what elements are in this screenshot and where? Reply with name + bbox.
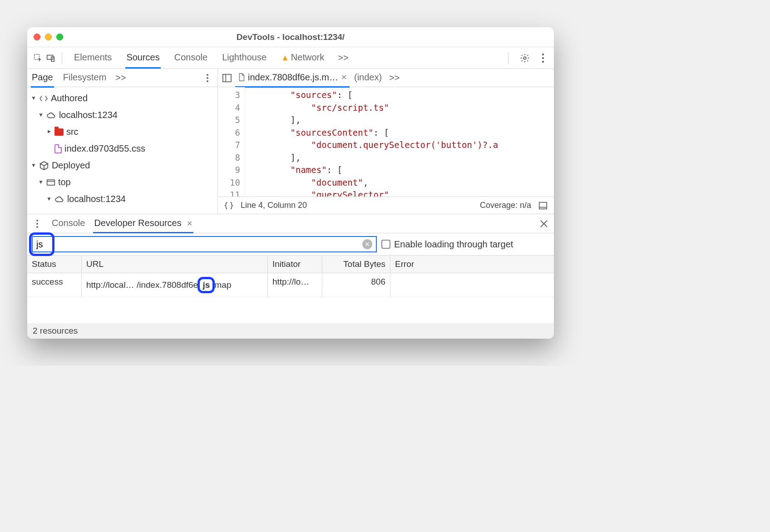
tab-elements[interactable]: Elements [73,48,113,69]
tab-network[interactable]: ▲Network [280,48,325,69]
line-gutter: 34567891011 [218,87,245,197]
cursor-position: Line 4, Column 20 [241,201,307,210]
svg-point-4 [542,53,544,55]
filter-input[interactable] [36,239,362,250]
warning-icon: ▲ [281,53,289,63]
table-body: success http://local… /index.7808df6e.js… [27,273,554,323]
col-url[interactable]: URL [82,256,268,273]
drawer: Console Developer Resources ✕ ✕ Enable l… [27,214,554,339]
code-content: "sources": [ "src/script.ts" ], "sources… [245,87,502,197]
enable-loading-checkbox[interactable]: Enable loading through target [381,239,513,250]
device-toolbar-icon[interactable] [44,52,57,64]
tree-group-deployed[interactable]: ▼ Deployed [31,157,214,174]
navigator-kebab-icon[interactable] [201,72,214,84]
filter-input-wrapper: ✕ [32,236,377,252]
navigator-tabs-overflow-icon[interactable]: >> [115,73,126,83]
tree-group-authored[interactable]: ▼ Authored [31,90,214,107]
tree-host-authored[interactable]: ▼ localhost:1234 [38,107,214,123]
navigator-pane: Page Filesystem >> ▼ Authored ▼ localhos… [27,69,218,214]
svg-rect-1 [47,55,53,59]
cell-status: success [27,273,82,297]
cell-initiator: http://lo… [268,273,322,297]
cell-error [390,273,554,297]
svg-point-9 [207,80,208,82]
navigator-tab-filesystem[interactable]: Filesystem [62,69,108,88]
inspect-element-icon[interactable] [32,52,44,64]
cell-bytes: 806 [322,273,390,297]
svg-point-5 [542,57,544,59]
svg-rect-12 [223,74,231,81]
drawer-kebab-icon[interactable] [31,217,44,230]
settings-gear-icon[interactable] [518,52,531,64]
toggle-navigator-icon[interactable] [221,72,233,84]
window-icon [46,179,55,186]
cell-url: http://local… /index.7808df6e.js.map [82,273,268,297]
checkbox-icon [381,240,390,249]
editor-tab-index[interactable]: (index) [351,69,385,88]
tab-sources[interactable]: Sources [125,48,160,69]
drawer-footer: 2 resources [27,323,554,339]
svg-rect-14 [539,202,547,209]
editor-pane: index.7808df6e.js.m… ✕ (index) >> 345678… [218,69,554,214]
svg-point-16 [36,220,38,222]
drawer-tab-dev-resources[interactable]: Developer Resources ✕ [93,214,193,233]
file-tree: ▼ Authored ▼ localhost:1234 ▼ src index.… [27,87,217,210]
svg-point-7 [207,74,208,76]
cloud-icon [46,112,56,119]
drawer-tab-console[interactable]: Console [51,214,86,233]
tree-frame-top[interactable]: ▼ top [38,174,214,191]
col-initiator[interactable]: Initiator [268,256,322,273]
drawer-tabs: Console Developer Resources ✕ [27,214,554,233]
tabs-overflow-icon[interactable]: >> [338,53,348,63]
main-tab-bar: Elements Sources Console Lighthouse ▲Net… [27,47,554,69]
svg-point-8 [207,77,208,79]
cloud-icon [54,196,64,203]
cube-icon [39,161,49,171]
svg-point-17 [36,223,38,225]
filter-toolbar: ✕ Enable loading through target [27,233,554,256]
svg-rect-10 [47,180,55,185]
editor-tab-active[interactable]: index.7808df6e.js.m… ✕ [235,69,350,88]
window-title: DevTools - localhost:1234/ [27,32,554,42]
col-error[interactable]: Error [390,256,554,273]
navigator-tabs: Page Filesystem >> [27,69,217,87]
svg-point-3 [523,57,526,59]
main-tabs: Elements Sources Console Lighthouse ▲Net… [73,48,503,69]
table-row[interactable]: success http://local… /index.7808df6e.js… [27,273,554,297]
editor-tabs-overflow-icon[interactable]: >> [389,73,400,83]
svg-point-18 [36,226,38,228]
folder-icon [54,128,64,136]
close-drawer-icon[interactable] [538,217,550,230]
col-total-bytes[interactable]: Total Bytes [322,256,390,273]
kebab-menu-icon[interactable] [537,52,549,64]
close-drawer-tab-icon[interactable]: ✕ [187,220,192,227]
titlebar: DevTools - localhost:1234/ [27,27,554,47]
editor-tabs: index.7808df6e.js.m… ✕ (index) >> [218,69,554,87]
devtools-window: DevTools - localhost:1234/ Elements Sour… [27,27,554,339]
tree-folder-src[interactable]: ▼ src [46,123,214,140]
editor-statusbar: Line 4, Column 20 Coverage: n/a [218,197,554,214]
coverage-label: Coverage: n/a [480,201,531,210]
close-tab-icon[interactable]: ✕ [341,73,347,82]
table-header-row: Status URL Initiator Total Bytes Error [27,256,554,273]
navigator-tab-page[interactable]: Page [31,69,54,88]
pretty-print-icon[interactable] [222,199,235,212]
sources-panel: Page Filesystem >> ▼ Authored ▼ localhos… [27,69,554,214]
tab-lighthouse[interactable]: Lighthouse [221,48,267,69]
col-status[interactable]: Status [27,256,82,273]
svg-point-6 [542,60,544,62]
brackets-icon [39,95,48,102]
tree-host-deployed[interactable]: ▼ localhost:1234 [46,191,214,207]
tab-console[interactable]: Console [173,48,208,69]
file-icon [238,73,245,81]
file-icon [54,144,62,153]
tree-file-css[interactable]: index.d9703d55.css [54,140,214,157]
code-editor[interactable]: 34567891011 "sources": [ "src/script.ts"… [218,87,554,197]
source-map-icon[interactable] [537,199,549,212]
clear-filter-icon[interactable]: ✕ [362,239,372,249]
